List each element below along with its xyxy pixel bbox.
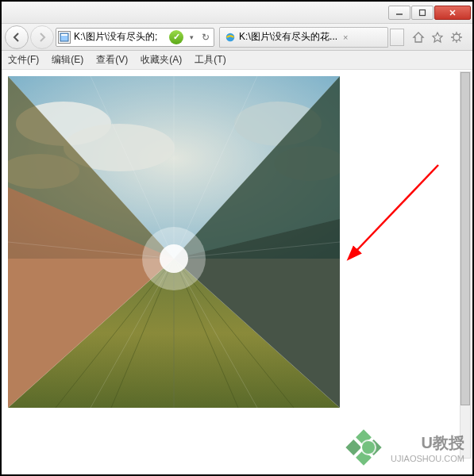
toolbar-icons (406, 31, 469, 44)
forward-button[interactable] (30, 25, 54, 49)
watermark-text: U教授 UJIAOSHOU.COM (391, 432, 464, 463)
tab-strip: K:\图片\没有尽头的花... × (219, 27, 404, 48)
new-tab-button[interactable] (390, 29, 404, 46)
browser-tab[interactable]: K:\图片\没有尽头的花... × (219, 27, 388, 48)
annotation-arrow (343, 149, 462, 284)
menu-file[interactable]: 文件(F) (8, 53, 39, 67)
tab-close-button[interactable]: × (341, 33, 350, 42)
close-icon (449, 9, 457, 17)
address-dropdown[interactable]: ▾ (185, 31, 198, 44)
svg-rect-5 (61, 34, 67, 36)
svg-point-40 (142, 227, 206, 290)
address-text: K:\图片\没有尽头的; (74, 30, 169, 44)
scrollbar-thumb[interactable] (461, 72, 470, 405)
close-button[interactable] (434, 6, 471, 20)
back-arrow-icon (11, 32, 22, 43)
home-icon[interactable] (412, 31, 425, 44)
watermark: U教授 UJIAOSHOU.COM (345, 428, 464, 466)
watermark-url: UJIAOSHOU.COM (391, 454, 464, 463)
displayed-image (8, 76, 340, 408)
tab-title: K:\图片\没有尽头的花... (239, 30, 337, 44)
gear-icon[interactable] (450, 31, 463, 44)
svg-line-41 (355, 165, 438, 252)
refresh-button[interactable]: ↻ (199, 31, 212, 44)
minimize-button[interactable] (388, 6, 410, 20)
watermark-brand: U教授 (391, 432, 464, 454)
menu-bar: 文件(F) 编辑(E) 查看(V) 收藏夹(A) 工具(T) (2, 51, 472, 70)
svg-rect-44 (345, 440, 361, 455)
favorites-star-icon[interactable] (431, 31, 444, 44)
svg-rect-1 (420, 10, 426, 15)
qq-guard-icon[interactable]: ✓ (169, 30, 183, 44)
vertical-scrollbar[interactable] (460, 71, 471, 459)
forward-arrow-icon (37, 32, 48, 43)
minimize-icon (395, 9, 403, 17)
address-bar[interactable]: K:\图片\没有尽头的; ✓ ▾ ↻ (56, 28, 214, 47)
back-button[interactable] (5, 25, 29, 49)
ie-icon (225, 32, 236, 43)
content-area (2, 70, 472, 474)
window-titlebar (2, 2, 472, 24)
svg-point-7 (453, 34, 460, 40)
svg-point-47 (362, 441, 375, 454)
maximize-button[interactable] (411, 6, 434, 20)
watermark-logo-icon (345, 428, 383, 466)
menu-tools[interactable]: 工具(T) (195, 53, 225, 67)
page-icon (58, 31, 71, 44)
menu-edit[interactable]: 编辑(E) (52, 53, 83, 67)
maximize-icon (418, 9, 426, 17)
navigation-bar: K:\图片\没有尽头的; ✓ ▾ ↻ K:\图片\没有尽头的花... × (2, 24, 472, 51)
menu-favorites[interactable]: 收藏夹(A) (141, 53, 182, 67)
menu-view[interactable]: 查看(V) (96, 53, 128, 67)
